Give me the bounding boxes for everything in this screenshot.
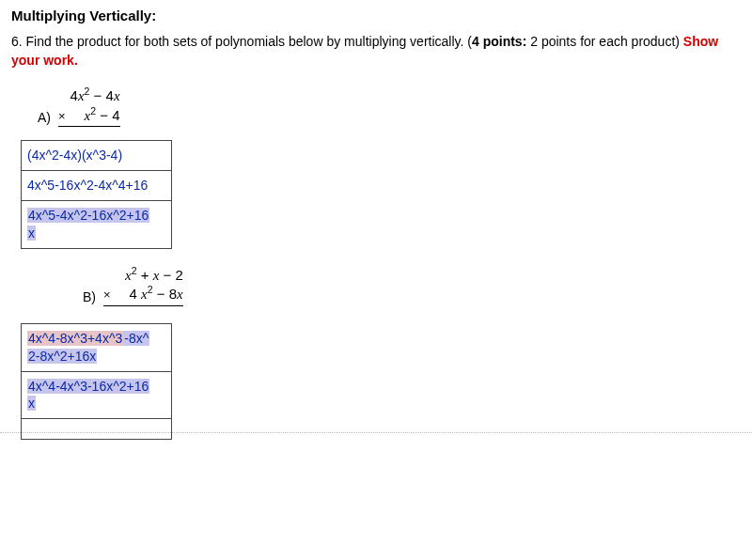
answer-cell[interactable]	[22, 419, 172, 440]
math-expression-a: A) 4x2 − 4x × x2 − 4	[38, 86, 741, 127]
label-a: A)	[38, 110, 51, 125]
times-icon: ×	[103, 288, 111, 303]
section-heading: Multiplying Vertically:	[11, 8, 741, 23]
multiplier-a: × x2 − 4	[58, 106, 120, 128]
multiplicand-a: 4x2 − 4x	[58, 86, 120, 106]
answer-cell[interactable]: 4x^4-8x^3+4x^3-8x^2-8x^2+16x	[22, 323, 172, 371]
vertical-multiplication-b: x2 + x − 2 × 4 x2 − 8x	[103, 266, 183, 306]
problem-b: B) x2 + x − 2 × 4 x2 − 8x 4x^4-8x^3+4x^3…	[11, 266, 741, 441]
math-expression-b: B) x2 + x − 2 × 4 x2 − 8x	[83, 266, 741, 306]
label-b: B)	[83, 289, 96, 304]
vertical-multiplication-a: 4x2 − 4x × x2 − 4	[58, 86, 120, 127]
answer-cell[interactable]: (4x^2-4x)(x^3-4)	[22, 141, 172, 171]
times-icon: ×	[58, 109, 66, 125]
section-divider	[0, 432, 752, 433]
question-text: 6. Find the product for both sets of pol…	[11, 33, 741, 70]
points-bold: 4 points:	[472, 34, 526, 49]
answer-cell[interactable]: 4x^5-16x^2-4x^4+16	[22, 171, 172, 201]
multiplier-b: × 4 x2 − 8x	[103, 285, 183, 306]
answer-cell[interactable]: 4x^4-4x^3-16x^2+16x	[22, 371, 172, 419]
problem-a: A) 4x2 − 4x × x2 − 4 (4x^2-4x)(x^3-4) 4x…	[11, 86, 741, 249]
multiplicand-b: x2 + x − 2	[103, 266, 183, 286]
question-prefix: 6. Find the product for both sets of pol…	[11, 34, 472, 49]
points-rest: 2 points for each product)	[526, 34, 683, 49]
answer-cell[interactable]: 4x^5-4x^2-16x^2+16x	[22, 200, 172, 248]
answer-table-b: 4x^4-8x^3+4x^3-8x^2-8x^2+16x 4x^4-4x^3-1…	[21, 323, 172, 441]
answer-table-a: (4x^2-4x)(x^3-4) 4x^5-16x^2-4x^4+16 4x^5…	[21, 140, 172, 249]
